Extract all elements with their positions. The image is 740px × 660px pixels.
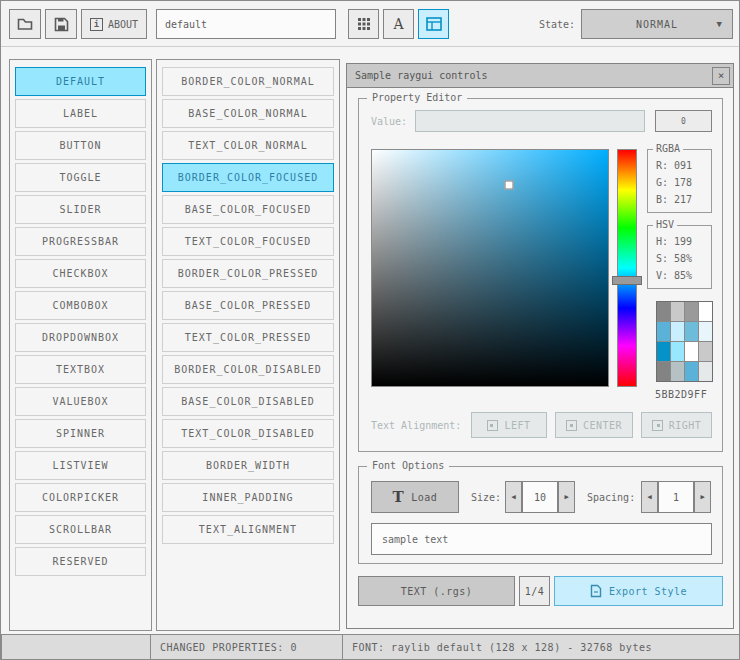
list-item[interactable]: SLIDER [15,195,146,224]
value-button[interactable]: 0 [655,110,712,132]
list-item[interactable]: TEXT_ALIGNMENT [162,515,334,544]
color-swatch[interactable] [685,322,698,341]
list-item[interactable]: BASE_COLOR_DISABLED [162,387,334,416]
list-item[interactable]: DROPDOWNBOX [15,323,146,352]
list-item[interactable]: TEXT_COLOR_PRESSED [162,323,334,352]
hsv-s-value: S: 58% [656,253,692,264]
style-palette-button[interactable] [348,9,379,39]
list-item[interactable]: BORDER_COLOR_PRESSED [162,259,334,288]
list-item[interactable]: BASE_COLOR_FOCUSED [162,195,334,224]
list-item[interactable]: LABEL [15,99,146,128]
align-left-icon [487,420,498,431]
style-name-input[interactable] [156,9,336,39]
size-decrement-button[interactable]: ◀ [505,481,522,513]
font-info-text: FONT: raylib default (128 x 128) - 32768… [352,642,652,653]
spacing-value[interactable]: 1 [658,481,694,513]
color-swatch[interactable] [657,322,670,341]
spacing-decrement-button[interactable]: ◀ [641,481,658,513]
list-item[interactable]: TEXT_COLOR_DISABLED [162,419,334,448]
align-left-button[interactable]: LEFT [471,412,547,438]
color-swatch[interactable] [671,302,684,321]
list-item[interactable]: LISTVIEW [15,451,146,480]
hue-slider[interactable] [617,149,637,387]
hue-slider-handle[interactable] [612,276,642,285]
grid-icon [357,17,371,31]
list-item[interactable]: VALUEBOX [15,387,146,416]
font-settings-button[interactable]: A [383,9,414,39]
font-letter-icon: A [393,16,403,32]
list-item[interactable]: DEFAULT [15,67,146,96]
load-style-button[interactable] [9,9,41,39]
export-format-button[interactable]: TEXT (.rgs) [358,576,515,606]
hex-color-value: 5BB2D9FF [655,389,707,400]
list-item[interactable]: BORDER_WIDTH [162,451,334,480]
list-item[interactable]: COMBOBOX [15,291,146,320]
list-item[interactable]: COLORPICKER [15,483,146,512]
color-swatch[interactable] [657,302,670,321]
align-center-icon [566,420,577,431]
properties-list: BORDER_COLOR_NORMALBASE_COLOR_NORMALTEXT… [156,59,340,631]
list-item[interactable]: BORDER_COLOR_FOCUSED [162,163,334,192]
load-font-button[interactable]: T Load [371,481,459,513]
font-options-group-label: Font Options [367,460,449,471]
color-marker[interactable] [504,181,513,190]
list-item[interactable]: BASE_COLOR_PRESSED [162,291,334,320]
color-swatch[interactable] [699,362,712,381]
list-item[interactable]: RESERVED [15,547,146,576]
list-item[interactable]: INNER_PADDING [162,483,334,512]
color-swatch[interactable] [657,362,670,381]
property-editor-group: Property Editor Value: 0 RGBA R: 091 G: … [358,98,723,452]
export-file-icon [590,584,602,598]
list-item[interactable]: CHECKBOX [15,259,146,288]
spacing-value-text: 1 [673,492,679,503]
list-item[interactable]: TEXTBOX [15,355,146,384]
color-swatch[interactable] [699,322,712,341]
color-swatch[interactable] [657,342,670,361]
size-value[interactable]: 10 [522,481,558,513]
style-table-icon [426,17,442,31]
about-button[interactable]: i ABOUT [81,9,147,39]
size-label: Size: [471,492,501,503]
list-item[interactable]: TEXT_COLOR_FOCUSED [162,227,334,256]
close-button[interactable]: × [712,67,730,85]
list-item[interactable]: TEXT_COLOR_NORMAL [162,131,334,160]
saturation-value-panel[interactable] [371,149,609,387]
align-center-button[interactable]: CENTER [555,412,633,438]
hsv-v-value: V: 85% [656,270,692,281]
color-swatch[interactable] [685,302,698,321]
list-item[interactable]: BASE_COLOR_NORMAL [162,99,334,128]
style-table-button[interactable] [418,9,449,39]
property-editor-group-label: Property Editor [367,92,467,103]
align-right-button[interactable]: RIGHT [641,412,712,438]
window-title-bar[interactable]: Sample raygui controls × [347,64,733,88]
color-swatch[interactable] [685,342,698,361]
chevron-down-icon: ▼ [717,19,723,29]
folder-icon [17,17,33,31]
sample-text-box[interactable]: sample text [371,523,712,555]
list-item[interactable]: BORDER_COLOR_NORMAL [162,67,334,96]
list-item[interactable]: PROGRESSBAR [15,227,146,256]
value-label: Value: [371,116,407,127]
color-swatch[interactable] [685,362,698,381]
size-increment-button[interactable]: ▶ [558,481,575,513]
page-counter-button[interactable]: 1/4 [519,576,550,606]
list-item[interactable]: SCROLLBAR [15,515,146,544]
value-input[interactable] [415,110,645,132]
list-item[interactable]: SPINNER [15,419,146,448]
list-item[interactable]: BORDER_COLOR_DISABLED [162,355,334,384]
rgba-group: RGBA R: 091 G: 178 B: 217 [647,149,712,213]
color-swatch[interactable] [671,342,684,361]
text-alignment-label: Text Alignment: [371,420,461,431]
list-item[interactable]: TOGGLE [15,163,146,192]
export-style-button[interactable]: Export Style [554,576,723,606]
color-swatch[interactable] [671,362,684,381]
color-swatch[interactable] [699,342,712,361]
rgba-group-label: RGBA [653,143,683,154]
spacing-increment-button[interactable]: ▶ [694,481,711,513]
color-swatch[interactable] [699,302,712,321]
list-item[interactable]: BUTTON [15,131,146,160]
state-dropdown[interactable]: NORMAL ▼ [581,9,733,39]
save-style-button[interactable] [45,9,77,39]
spacing-label: Spacing: [587,492,635,503]
color-swatch[interactable] [671,322,684,341]
